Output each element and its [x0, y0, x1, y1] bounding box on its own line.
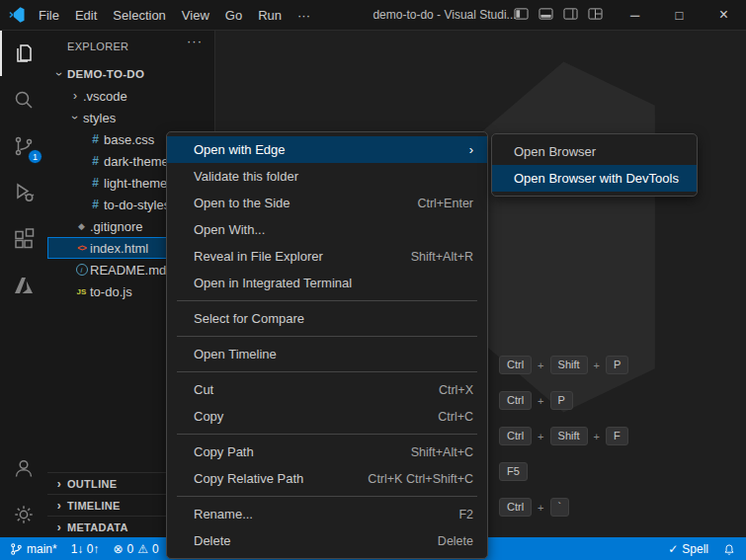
- menu-separator: [177, 496, 477, 497]
- customize-layout-icon[interactable]: [588, 7, 603, 24]
- extensions-icon[interactable]: [0, 215, 47, 262]
- maximize-button[interactable]: □: [657, 0, 702, 30]
- explorer-header: EXPLORER: [47, 40, 128, 52]
- menu-file[interactable]: File: [31, 5, 67, 26]
- minimize-button[interactable]: ─: [613, 0, 657, 30]
- js-file-icon: JS: [73, 287, 90, 296]
- menu-separator: [177, 336, 477, 337]
- markdown-file-icon: i: [73, 264, 90, 276]
- scm-badge: 1: [28, 149, 42, 164]
- spell-checker-status[interactable]: ✓ Spell: [668, 542, 708, 556]
- source-control-icon[interactable]: 1: [0, 122, 47, 169]
- chevron-right-icon: ›: [51, 477, 67, 491]
- menu-item-copy[interactable]: CopyCtrl+C: [167, 403, 487, 430]
- submenu-item-open-browser-devtools[interactable]: Open Browser with DevTools: [492, 165, 697, 192]
- activity-bar: 1: [0, 30, 47, 537]
- menu-item-cut[interactable]: CutCtrl+X: [167, 376, 487, 403]
- html-file-icon: <>: [73, 243, 90, 253]
- tree-item-root[interactable]: › DEMO-TO-DO: [47, 63, 214, 85]
- error-icon: ⊗: [113, 542, 123, 556]
- menu-separator: [177, 434, 477, 435]
- menu-selection[interactable]: Selection: [105, 5, 173, 26]
- menu-separator: [177, 371, 477, 372]
- title-bar: File Edit Selection View Go Run ··· demo…: [0, 0, 746, 31]
- shortcut-hint-commands: Ctrl+ Shift+ P: [499, 356, 628, 374]
- chevron-right-icon: ›: [51, 499, 67, 513]
- menu-item-reveal-in-explorer[interactable]: Reveal in File ExplorerShift+Alt+R: [167, 243, 487, 270]
- menu-item-select-for-compare[interactable]: Select for Compare: [167, 305, 487, 332]
- open-with-edge-submenu: Open Browser Open Browser with DevTools: [491, 133, 698, 197]
- sync-changes-status[interactable]: 1↓ 0↑: [71, 542, 100, 556]
- bell-icon: [722, 542, 736, 556]
- menu-overflow[interactable]: ···: [290, 5, 318, 26]
- menu-separator: [177, 300, 477, 301]
- settings-gear-icon[interactable]: [0, 491, 47, 537]
- menu-item-validate-folder[interactable]: Validate this folder: [167, 163, 487, 190]
- close-button[interactable]: ×: [702, 0, 746, 30]
- explorer-icon[interactable]: [0, 30, 47, 76]
- css-file-icon: #: [87, 198, 104, 211]
- shortcut-hint-debug: F5: [499, 462, 528, 481]
- shortcut-hint-goto-file: Ctrl+ P: [499, 391, 573, 410]
- notifications-bell[interactable]: [722, 542, 736, 556]
- chevron-down-icon: ›: [68, 110, 82, 125]
- problems-status[interactable]: ⊗ 0 ⚠ 0: [113, 542, 158, 556]
- menu-edit[interactable]: Edit: [67, 5, 105, 26]
- tree-item-styles[interactable]: › styles: [47, 107, 214, 128]
- chevron-down-icon: ›: [52, 66, 66, 82]
- chevron-right-icon: ›: [51, 520, 67, 534]
- vscode-window: { "title_bar": { "menus": ["File", "Edit…: [0, 0, 746, 560]
- search-icon[interactable]: [0, 76, 47, 122]
- submenu-item-open-browser[interactable]: Open Browser: [492, 138, 697, 165]
- accounts-icon[interactable]: [0, 444, 47, 491]
- toggle-sidebar-icon[interactable]: [514, 7, 529, 24]
- git-file-icon: ◆: [73, 221, 90, 231]
- menu-item-open-timeline[interactable]: Open Timeline: [167, 341, 487, 367]
- menu-item-open-in-terminal[interactable]: Open in Integrated Terminal: [167, 270, 487, 296]
- menu-item-rename[interactable]: Rename...F2: [167, 501, 487, 527]
- warning-icon: ⚠: [137, 542, 148, 556]
- css-file-icon: #: [87, 132, 104, 146]
- explorer-more-actions-icon[interactable]: ···: [187, 34, 203, 48]
- azure-icon[interactable]: [0, 262, 47, 308]
- menu-item-open-with[interactable]: Open With...: [167, 216, 487, 243]
- git-branch-status[interactable]: main*: [10, 542, 57, 556]
- toggle-panel-icon[interactable]: [539, 7, 553, 24]
- menu-view[interactable]: View: [174, 5, 217, 26]
- menu-run[interactable]: Run: [250, 5, 290, 26]
- css-file-icon: #: [87, 176, 104, 190]
- menu-item-open-to-side[interactable]: Open to the SideCtrl+Enter: [167, 190, 487, 216]
- tree-item-vscode[interactable]: › .vscode: [47, 85, 214, 107]
- css-file-icon: #: [87, 154, 104, 168]
- vscode-logo-icon: [9, 7, 25, 23]
- menu-item-delete[interactable]: DeleteDelete: [167, 527, 487, 554]
- menu-item-open-with-edge[interactable]: Open with Edge ›: [167, 136, 487, 163]
- check-icon: ✓: [668, 542, 678, 556]
- chevron-right-icon: ›: [67, 89, 83, 103]
- submenu-arrow-icon: ›: [469, 142, 473, 157]
- menu-go[interactable]: Go: [217, 5, 250, 26]
- toggle-secondary-sidebar-icon[interactable]: [563, 7, 578, 24]
- menu-item-copy-path[interactable]: Copy PathShift+Alt+C: [167, 439, 487, 465]
- branch-icon: [10, 542, 23, 556]
- shortcut-hint-terminal: Ctrl+ `: [499, 498, 569, 517]
- context-menu: Open with Edge › Validate this folder Op…: [166, 131, 488, 559]
- menu-item-copy-relative-path[interactable]: Copy Relative PathCtrl+K Ctrl+Shift+C: [167, 465, 487, 492]
- run-debug-icon[interactable]: [0, 169, 47, 215]
- shortcut-hint-find-in-files: Ctrl+ Shift+ F: [499, 427, 628, 445]
